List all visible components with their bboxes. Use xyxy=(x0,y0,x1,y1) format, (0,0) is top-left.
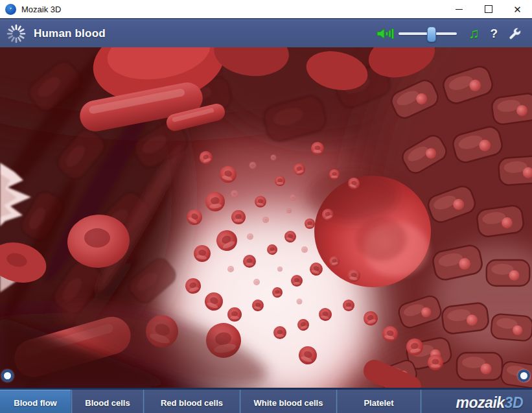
tab-red-blood-cells[interactable]: Red blood cells xyxy=(145,390,239,413)
mozaik3d-logo: mozaik3D xyxy=(422,390,532,413)
music-note-icon[interactable]: ♫ xyxy=(468,27,480,41)
window-titlebar: Mozaik 3D ✕ xyxy=(0,0,532,18)
tab-blood-flow[interactable]: Blood flow xyxy=(0,390,71,413)
mozaik-app-icon xyxy=(5,4,16,15)
help-button[interactable]: ? xyxy=(490,27,498,41)
scene-left-handle-button[interactable] xyxy=(1,370,14,382)
speaker-icon[interactable] xyxy=(376,27,394,41)
maximize-button[interactable] xyxy=(474,0,503,18)
app-header: Human blood ♫ ? xyxy=(0,18,532,47)
bottom-tab-bar: Blood flow Blood cells Red blood cells W… xyxy=(0,388,532,413)
blood-vessel-3d-scene[interactable] xyxy=(0,47,532,388)
close-icon: ✕ xyxy=(513,5,522,14)
tab-platelet[interactable]: Platelet xyxy=(338,390,420,413)
volume-slider[interactable] xyxy=(399,26,457,41)
tab-white-blood-cells[interactable]: White blood cells xyxy=(241,390,336,413)
spinner-icon xyxy=(6,24,26,43)
tab-blood-cells[interactable]: Blood cells xyxy=(73,390,143,413)
mozaik3d-window: Mozaik 3D ✕ Human blood xyxy=(0,0,532,413)
minimize-button[interactable] xyxy=(445,0,474,18)
close-button[interactable]: ✕ xyxy=(503,0,532,18)
volume-slider-handle[interactable] xyxy=(427,27,436,42)
page-title: Human blood xyxy=(34,27,106,40)
logo-text-secondary: 3D xyxy=(505,394,523,411)
wrench-icon[interactable] xyxy=(507,27,522,41)
scene-right-handle-button[interactable] xyxy=(518,370,530,382)
logo-text-primary: mozaik xyxy=(456,394,505,411)
window-title: Mozaik 3D xyxy=(21,5,445,14)
minimize-icon xyxy=(456,9,463,10)
maximize-icon xyxy=(485,5,492,13)
